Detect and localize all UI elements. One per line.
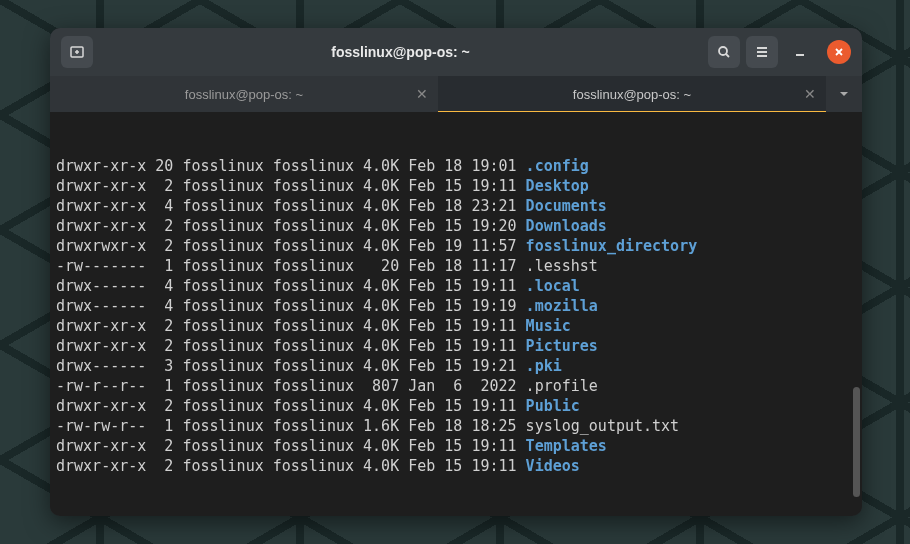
tab-2[interactable]: fosslinux@pop-os: ~ ✕	[438, 76, 826, 112]
terminal-window: fosslinux@pop-os: ~ fosslinux@pop-os: ~ …	[50, 28, 862, 516]
tab-1[interactable]: fosslinux@pop-os: ~ ✕	[50, 76, 438, 112]
tab-dropdown-button[interactable]	[826, 76, 862, 112]
search-button[interactable]	[708, 36, 740, 68]
ls-row: drwxr-xr-x 2 fosslinux fosslinux 4.0K Fe…	[56, 396, 856, 416]
tab-label: fosslinux@pop-os: ~	[573, 87, 691, 102]
new-tab-button[interactable]	[61, 36, 93, 68]
close-button[interactable]	[827, 40, 851, 64]
file-name: Pictures	[526, 337, 598, 355]
ls-row: drwxr-xr-x 4 fosslinux fosslinux 4.0K Fe…	[56, 196, 856, 216]
close-icon[interactable]: ✕	[416, 86, 428, 102]
terminal-output[interactable]: drwxr-xr-x 20 fosslinux fosslinux 4.0K F…	[50, 112, 862, 516]
file-name: .local	[526, 277, 580, 295]
ls-row: drwxr-xr-x 2 fosslinux fosslinux 4.0K Fe…	[56, 316, 856, 336]
ls-row: drwx------ 3 fosslinux fosslinux 4.0K Fe…	[56, 356, 856, 376]
ls-row: drwx------ 4 fosslinux fosslinux 4.0K Fe…	[56, 296, 856, 316]
file-name: Music	[526, 317, 571, 335]
window-title: fosslinux@pop-os: ~	[96, 44, 705, 60]
ls-row: drwxrwxr-x 2 fosslinux fosslinux 4.0K Fe…	[56, 236, 856, 256]
ls-row: -rw-r--r-- 1 fosslinux fosslinux 807 Jan…	[56, 376, 856, 396]
minimize-button[interactable]	[784, 36, 816, 68]
file-name: Videos	[526, 457, 580, 475]
file-name: .config	[526, 157, 589, 175]
file-name: .profile	[526, 377, 598, 395]
ls-row: -rw-rw-r-- 1 fosslinux fosslinux 1.6K Fe…	[56, 416, 856, 436]
menu-button[interactable]	[746, 36, 778, 68]
ls-row: drwxr-xr-x 2 fosslinux fosslinux 4.0K Fe…	[56, 216, 856, 236]
file-name: fosslinux_directory	[526, 237, 698, 255]
file-name: .mozilla	[526, 297, 598, 315]
ls-row: drwxr-xr-x 2 fosslinux fosslinux 4.0K Fe…	[56, 436, 856, 456]
ls-row: -rw------- 1 fosslinux fosslinux 20 Feb …	[56, 256, 856, 276]
ls-row: drwx------ 4 fosslinux fosslinux 4.0K Fe…	[56, 276, 856, 296]
file-name: .lesshst	[526, 257, 598, 275]
ls-row: drwxr-xr-x 20 fosslinux fosslinux 4.0K F…	[56, 156, 856, 176]
tab-bar: fosslinux@pop-os: ~ ✕ fosslinux@pop-os: …	[50, 76, 862, 112]
close-icon[interactable]: ✕	[804, 86, 816, 102]
file-name: Templates	[526, 437, 607, 455]
titlebar: fosslinux@pop-os: ~	[50, 28, 862, 76]
tab-label: fosslinux@pop-os: ~	[185, 87, 303, 102]
file-name: Desktop	[526, 177, 589, 195]
file-name: Public	[526, 397, 580, 415]
file-name: Downloads	[526, 217, 607, 235]
file-name: .pki	[526, 357, 562, 375]
svg-point-1	[719, 47, 727, 55]
file-name: syslog_output.txt	[526, 417, 680, 435]
ls-row: drwxr-xr-x 2 fosslinux fosslinux 4.0K Fe…	[56, 456, 856, 476]
ls-row: drwxr-xr-x 2 fosslinux fosslinux 4.0K Fe…	[56, 336, 856, 356]
file-name: Documents	[526, 197, 607, 215]
scrollbar[interactable]	[853, 387, 860, 497]
ls-row: drwxr-xr-x 2 fosslinux fosslinux 4.0K Fe…	[56, 176, 856, 196]
